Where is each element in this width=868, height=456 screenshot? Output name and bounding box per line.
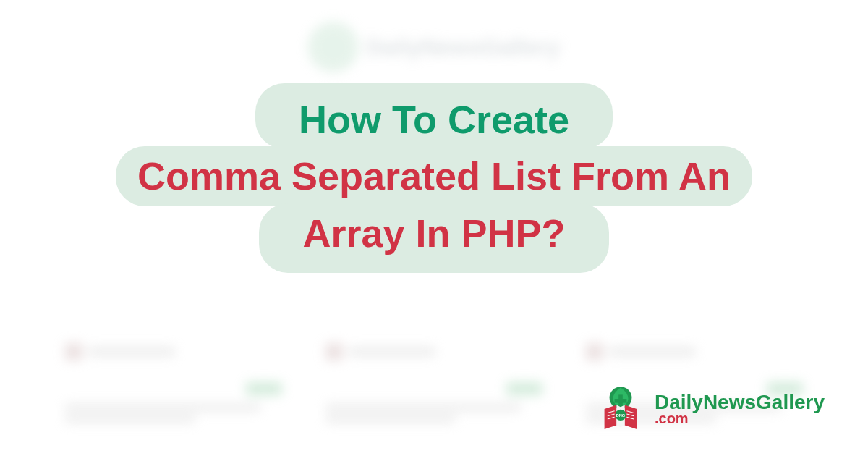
title-pill-bottom: Array In PHP? [259,203,608,273]
brand-logo: DNG DailyNewsGallery .com [595,384,825,434]
brand-logo-text: DailyNewsGallery .com [655,392,825,426]
brand-logo-icon: DNG [595,384,646,434]
bg-blur-logo-text: DailyNewsGallery [366,34,561,61]
svg-text:DNG: DNG [616,413,625,418]
bg-blur-logo-icon [308,22,359,72]
title-pill-top: How To Create [255,83,613,149]
title-pill-middle: Comma Separated List From An [116,146,752,207]
title-line-1: How To Create [299,96,569,143]
bg-blur-card [326,343,542,427]
title-container: How To Create Comma Separated List From … [0,83,868,273]
bg-blur-logo: DailyNewsGallery [308,22,561,72]
brand-domain: .com [655,411,825,426]
title-line-3: Array In PHP? [302,209,565,258]
brand-name: DailyNewsGallery [655,392,825,413]
title-line-2: Comma Separated List From An [137,152,731,201]
svg-rect-2 [615,399,627,403]
bg-blur-card [65,343,282,427]
